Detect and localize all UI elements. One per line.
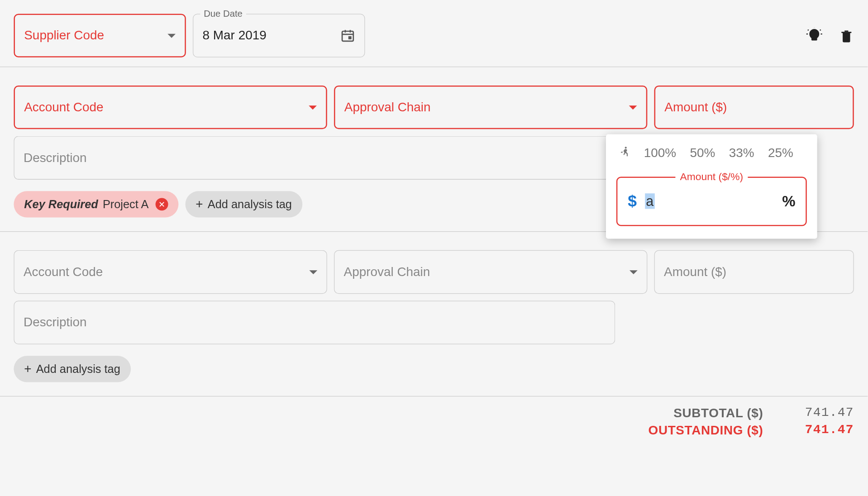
due-date-value: 8 Mar 2019 — [203, 28, 340, 43]
running-person-icon — [619, 146, 630, 161]
chevron-down-icon — [309, 270, 317, 274]
add-tag-label: Add analysis tag — [36, 362, 120, 376]
account-code-select-1[interactable]: Account Code — [14, 86, 327, 129]
header-actions — [806, 28, 854, 45]
svg-rect-4 — [348, 36, 352, 39]
plus-icon: + — [24, 362, 31, 377]
description-placeholder: Description — [24, 150, 606, 165]
amount-placeholder: Amount ($) — [664, 265, 844, 280]
account-code-placeholder: Account Code — [24, 265, 309, 280]
line-item-2: Account Code Approval Chain Amount ($) D… — [0, 232, 868, 396]
chevron-down-icon — [167, 33, 176, 38]
chevron-down-icon — [309, 105, 317, 110]
outstanding-label: OUTSTANDING ($) — [649, 423, 763, 438]
approval-chain-placeholder: Approval Chain — [344, 265, 630, 280]
description-placeholder: Description — [24, 315, 606, 330]
supplier-code-select[interactable]: Supplier Code — [14, 14, 186, 57]
amount-input-label: Amount ($/%) — [675, 171, 748, 183]
approval-chain-select-1[interactable]: Approval Chain — [334, 86, 647, 129]
svg-point-10 — [625, 147, 627, 148]
amount-field-2[interactable]: Amount ($) — [654, 250, 854, 294]
plus-icon: + — [196, 197, 203, 212]
description-field-2[interactable]: Description — [14, 300, 615, 344]
close-icon[interactable]: ✕ — [156, 198, 168, 210]
amount-field-1[interactable]: Amount ($) — [654, 86, 854, 129]
header-row: Supplier Code Due Date 8 Mar 2019 — [0, 0, 868, 67]
shortcut-33[interactable]: 33% — [729, 146, 754, 161]
chevron-down-icon — [630, 270, 638, 274]
shortcut-50[interactable]: 50% — [690, 146, 715, 161]
svg-rect-0 — [342, 31, 353, 41]
amount-placeholder: Amount ($) — [664, 100, 844, 115]
trash-icon[interactable] — [839, 28, 854, 45]
due-date-label: Due Date — [200, 9, 246, 19]
lightbulb-icon[interactable] — [806, 28, 823, 45]
approval-chain-select-2[interactable]: Approval Chain — [334, 250, 647, 294]
shortcut-25[interactable]: 25% — [768, 146, 793, 161]
outstanding-value: 741.47 — [791, 423, 854, 438]
account-code-select-2[interactable]: Account Code — [14, 250, 327, 294]
dollar-icon[interactable]: $ — [628, 192, 637, 211]
percent-icon[interactable]: % — [782, 192, 795, 210]
add-analysis-tag-button-2[interactable]: + Add analysis tag — [14, 356, 130, 382]
tag-key-required-label: Key Required — [24, 198, 98, 211]
svg-line-6 — [808, 30, 809, 31]
shortcuts-row: 100% 50% 33% 25% — [616, 146, 807, 161]
chevron-down-icon — [629, 105, 637, 110]
approval-chain-placeholder: Approval Chain — [344, 100, 629, 115]
tag-project-label: Project A — [103, 198, 148, 211]
calendar-icon[interactable] — [340, 28, 355, 43]
shortcut-100[interactable]: 100% — [644, 146, 676, 161]
amount-input[interactable]: a — [645, 193, 774, 210]
amount-input-field[interactable]: Amount ($/%) $ a % — [616, 177, 807, 226]
svg-line-7 — [820, 30, 821, 31]
due-date-field[interactable]: Due Date 8 Mar 2019 — [193, 14, 365, 57]
supplier-code-placeholder: Supplier Code — [24, 28, 167, 43]
totals: SUBTOTAL ($) 741.47 OUTSTANDING ($) 741.… — [0, 396, 868, 447]
account-code-placeholder: Account Code — [24, 100, 309, 115]
analysis-tag-error[interactable]: Key Required Project A ✕ — [14, 191, 178, 217]
subtotal-label: SUBTOTAL ($) — [673, 405, 763, 420]
tags-row-2: + Add analysis tag — [14, 356, 854, 382]
amount-popover: 100% 50% 33% 25% Amount ($/%) $ a % — [606, 134, 817, 239]
description-field-1[interactable]: Description — [14, 136, 615, 180]
add-analysis-tag-button-1[interactable]: + Add analysis tag — [186, 191, 302, 217]
subtotal-value: 741.47 — [791, 405, 854, 420]
add-tag-label: Add analysis tag — [208, 198, 292, 211]
